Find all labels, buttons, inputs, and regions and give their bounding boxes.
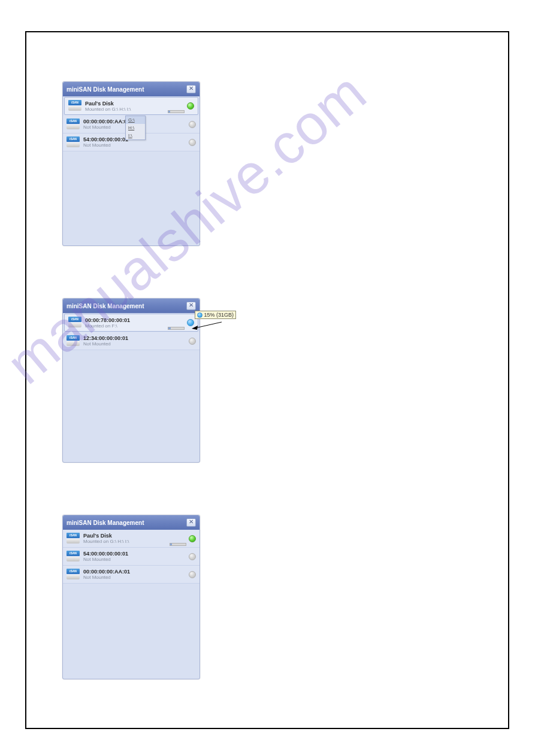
disk-row[interactable]: iSAN 12:34:00:00:00:01 Not Mounted	[63, 332, 200, 350]
titlebar: miniSAN Disk Management ✕	[63, 299, 200, 313]
disk-row[interactable]: iSAN Paul's Disk Mounted on G:\ H:\ I:\	[64, 97, 198, 115]
close-icon[interactable]: ✕	[186, 302, 196, 310]
disk-icon: iSAN	[67, 119, 80, 130]
dropdown-item[interactable]: H:\	[126, 124, 145, 132]
disk-row[interactable]: iSAN 00:00:00:00:AA:01 Not Mounted G:\ H…	[63, 116, 200, 133]
status-dot-unmounted	[189, 121, 196, 128]
status-dot-unmounted	[189, 139, 196, 146]
drive-dropdown[interactable]: G:\ H:\ I:\	[125, 116, 146, 140]
capacity-bar	[168, 110, 185, 113]
dropdown-item[interactable]: I:\	[126, 132, 145, 139]
close-icon[interactable]: ✕	[186, 518, 196, 527]
disk-icon: iSAN	[68, 317, 81, 329]
disk-title: Paul's Disk	[83, 533, 186, 539]
pointer-arrow-icon	[192, 321, 222, 330]
window-title: miniSAN Disk Management	[67, 520, 186, 526]
disk-title: Paul's Disk	[85, 101, 185, 107]
row-text: 12:34:00:00:00:01 Not Mounted	[83, 335, 186, 347]
disk-row[interactable]: iSAN 00:00:00:00:AA:01 Not Mounted	[63, 566, 200, 584]
disk-subtitle: Not Mounted	[83, 575, 186, 580]
status-dot-unmounted	[189, 338, 196, 345]
disk-subtitle: Not Mounted	[83, 341, 186, 347]
capacity-bar	[168, 327, 185, 330]
svg-line-0	[195, 322, 222, 328]
panel-2: miniSAN Disk Management ✕ iSAN 00:00:78:…	[62, 298, 200, 463]
usage-tooltip: 15% (31GB)	[195, 311, 236, 319]
status-dot-unmounted	[189, 571, 196, 578]
disk-title: 54:00:00:00:00:01	[83, 551, 186, 557]
disk-title: 00:00:78:00:00:01	[85, 317, 185, 323]
disk-subtitle: Not Mounted	[83, 557, 186, 562]
disk-icon: iSAN	[68, 100, 81, 112]
window-title: miniSAN Disk Management	[67, 86, 186, 93]
disk-title: 12:34:00:00:00:01	[83, 335, 186, 341]
titlebar: miniSAN Disk Management ✕	[63, 515, 200, 530]
disk-icon: iSAN	[67, 335, 80, 347]
status-dot-mounted	[189, 535, 196, 542]
tooltip-dot-icon	[197, 312, 202, 318]
capacity-bar	[170, 543, 186, 546]
disk-subtitle: Not Mounted	[83, 142, 186, 148]
close-icon[interactable]: ✕	[186, 85, 196, 93]
tooltip-text: 15% (31GB)	[204, 312, 234, 318]
disk-row[interactable]: iSAN 00:00:78:00:00:01 Mounted on F:\ 15…	[64, 314, 198, 332]
titlebar: miniSAN Disk Management ✕	[63, 82, 200, 96]
panel-1: miniSAN Disk Management ✕ iSAN Paul's Di…	[62, 81, 200, 246]
status-dot-unmounted	[189, 553, 196, 560]
row-text: 54:00:00:00:00:01 Not Mounted	[83, 551, 186, 562]
status-dot-mounted	[187, 102, 194, 110]
svg-marker-1	[192, 326, 198, 330]
window-title: miniSAN Disk Management	[67, 303, 186, 309]
disk-row[interactable]: iSAN Paul's Disk Mounted on G:\ H:\ I:\	[63, 530, 200, 548]
disk-icon: iSAN	[67, 551, 80, 563]
disk-icon: iSAN	[67, 533, 80, 545]
row-text: 00:00:00:00:AA:01 Not Mounted	[83, 569, 186, 580]
panel-3: miniSAN Disk Management ✕ iSAN Paul's Di…	[62, 515, 200, 679]
disk-row[interactable]: iSAN 54:00:00:00:00:01 Not Mounted	[63, 548, 200, 566]
disk-icon: iSAN	[67, 136, 80, 148]
disk-title: 00:00:00:00:AA:01	[83, 569, 186, 575]
dropdown-item[interactable]: G:\	[126, 116, 145, 124]
disk-icon: iSAN	[67, 569, 80, 581]
